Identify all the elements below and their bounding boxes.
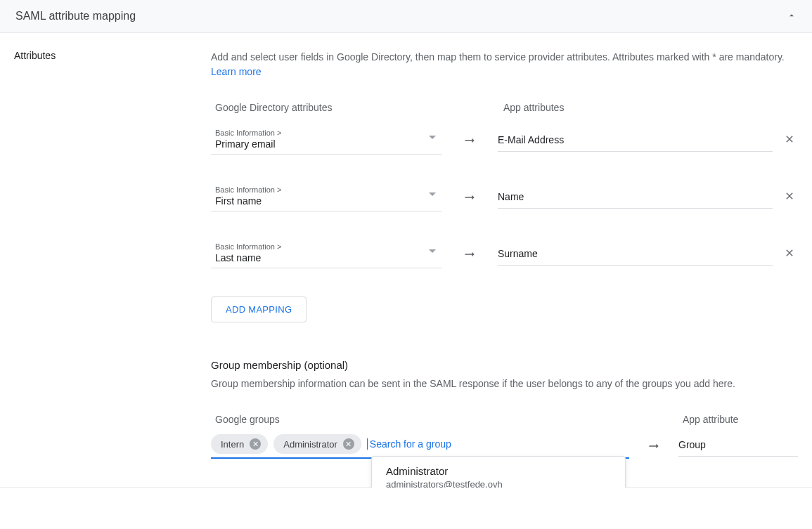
arrow-right-icon [442,247,498,261]
group-membership-section: Group membership (optional) Group member… [211,359,798,459]
mapping-row: Basic Information > First name [211,183,798,211]
app-attribute-input[interactable] [498,129,773,152]
google-column-header: Google Directory attributes [211,102,447,113]
panel-title: SAML attribute mapping [15,10,136,22]
group-app-attribute-input[interactable] [678,433,798,457]
arrow-right-icon [629,414,678,453]
dropdown-item[interactable]: Administrator administrators@testfede.ov… [372,457,625,488]
chevron-down-icon [429,136,436,139]
learn-more-link[interactable]: Learn more [211,66,262,77]
left-column: Attributes [14,50,211,459]
google-groups-column: Google groups Intern ✕ Administrator ✕ [211,414,629,459]
group-app-column: App attribute [678,414,798,457]
remove-mapping-button[interactable] [781,190,798,204]
dropdown-item-email: administrators@testfede.ovh [386,479,503,488]
group-dropdown-menu: Administrator administrators@testfede.ov… [371,456,626,488]
group-section-title: Group membership (optional) [211,359,798,371]
app-attribute-input[interactable] [498,242,773,266]
remove-mapping-button[interactable] [781,247,798,261]
app-attribute-input[interactable] [498,185,773,209]
attribute-value: First name [215,195,437,207]
panel-header[interactable]: SAML attribute mapping [0,0,812,33]
group-chip: Intern ✕ [211,434,268,454]
group-chip: Administrator ✕ [273,434,361,454]
app-attribute-wrapper [498,129,798,152]
dropdown-item-name: Administrator [386,465,503,477]
chevron-down-icon [429,192,436,196]
mapping-row: Basic Information > Primary email [211,126,798,155]
chip-label: Intern [221,439,244,450]
description-content: Add and select user fields in Google Dir… [211,51,785,63]
app-attribute-wrapper [498,185,798,209]
mapping-section: Google Directory attributes App attribut… [211,102,798,322]
group-app-label: App attribute [678,414,798,425]
group-section-description: Group membership information can be sent… [211,377,798,391]
columns-header: Google Directory attributes App attribut… [211,102,798,113]
attribute-category: Basic Information > [215,129,437,137]
google-attribute-select[interactable]: Basic Information > Primary email [211,126,442,155]
mapping-row: Basic Information > Last name [211,240,798,268]
app-attribute-wrapper [498,242,798,266]
attribute-category: Basic Information > [215,185,437,194]
right-column: Add and select user fields in Google Dir… [211,50,798,459]
group-search-input[interactable] [367,438,629,450]
attribute-value: Primary email [215,138,437,150]
arrow-right-icon [442,133,498,148]
group-chips-input[interactable]: Intern ✕ Administrator ✕ [211,433,629,459]
google-groups-label: Google groups [211,414,629,425]
chevron-down-icon [429,249,436,253]
add-mapping-button[interactable]: ADD MAPPING [211,296,307,322]
attribute-category: Basic Information > [215,242,437,251]
attribute-value: Last name [215,252,437,263]
chip-remove-icon[interactable]: ✕ [250,438,261,450]
collapse-icon[interactable] [787,10,797,22]
app-column-header: App attributes [503,102,798,113]
remove-mapping-button[interactable] [781,133,798,147]
panel-body: Attributes Add and select user fields in… [0,33,812,488]
google-attribute-select[interactable]: Basic Information > First name [211,183,442,211]
group-columns: Google groups Intern ✕ Administrator ✕ [211,414,798,459]
description-text: Add and select user fields in Google Dir… [211,50,798,79]
chip-label: Administrator [283,439,337,450]
arrow-right-icon [442,190,498,204]
section-label: Attributes [14,50,211,61]
chip-remove-icon[interactable]: ✕ [343,438,354,450]
google-attribute-select[interactable]: Basic Information > Last name [211,240,442,268]
